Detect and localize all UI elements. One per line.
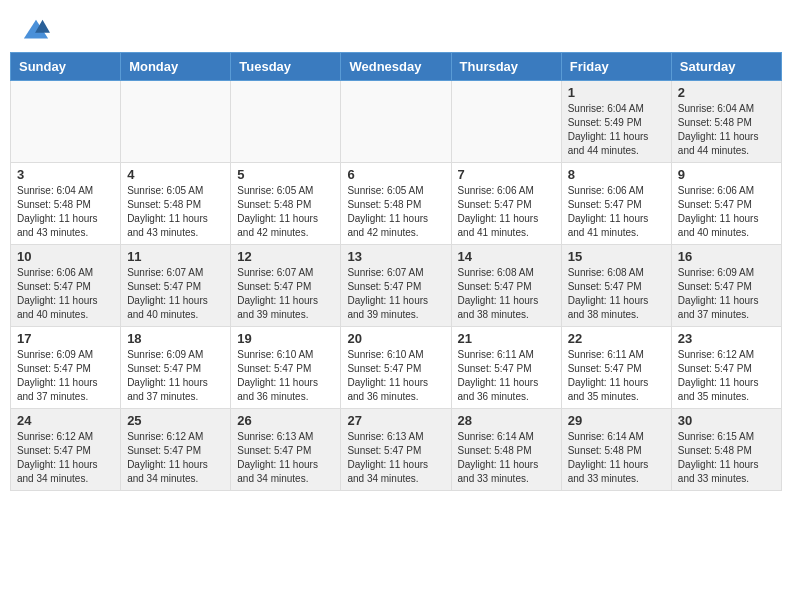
day-header-sunday: Sunday (11, 53, 121, 81)
calendar-body: 1Sunrise: 6:04 AM Sunset: 5:49 PM Daylig… (11, 81, 782, 491)
day-info: Sunrise: 6:07 AM Sunset: 5:47 PM Dayligh… (347, 266, 444, 322)
day-number: 2 (678, 85, 775, 100)
day-cell-16: 16Sunrise: 6:09 AM Sunset: 5:47 PM Dayli… (671, 245, 781, 327)
day-number: 13 (347, 249, 444, 264)
day-cell-empty (121, 81, 231, 163)
day-number: 5 (237, 167, 334, 182)
day-info: Sunrise: 6:06 AM Sunset: 5:47 PM Dayligh… (17, 266, 114, 322)
day-info: Sunrise: 6:07 AM Sunset: 5:47 PM Dayligh… (127, 266, 224, 322)
day-info: Sunrise: 6:08 AM Sunset: 5:47 PM Dayligh… (568, 266, 665, 322)
day-info: Sunrise: 6:06 AM Sunset: 5:47 PM Dayligh… (568, 184, 665, 240)
day-number: 9 (678, 167, 775, 182)
day-cell-12: 12Sunrise: 6:07 AM Sunset: 5:47 PM Dayli… (231, 245, 341, 327)
day-info: Sunrise: 6:11 AM Sunset: 5:47 PM Dayligh… (568, 348, 665, 404)
day-cell-27: 27Sunrise: 6:13 AM Sunset: 5:47 PM Dayli… (341, 409, 451, 491)
day-info: Sunrise: 6:06 AM Sunset: 5:47 PM Dayligh… (678, 184, 775, 240)
day-info: Sunrise: 6:11 AM Sunset: 5:47 PM Dayligh… (458, 348, 555, 404)
calendar-header-row: SundayMondayTuesdayWednesdayThursdayFrid… (11, 53, 782, 81)
day-cell-10: 10Sunrise: 6:06 AM Sunset: 5:47 PM Dayli… (11, 245, 121, 327)
day-number: 19 (237, 331, 334, 346)
day-cell-17: 17Sunrise: 6:09 AM Sunset: 5:47 PM Dayli… (11, 327, 121, 409)
day-cell-28: 28Sunrise: 6:14 AM Sunset: 5:48 PM Dayli… (451, 409, 561, 491)
day-header-saturday: Saturday (671, 53, 781, 81)
day-cell-23: 23Sunrise: 6:12 AM Sunset: 5:47 PM Dayli… (671, 327, 781, 409)
day-number: 11 (127, 249, 224, 264)
day-number: 7 (458, 167, 555, 182)
logo (20, 16, 50, 44)
day-number: 27 (347, 413, 444, 428)
day-header-wednesday: Wednesday (341, 53, 451, 81)
day-cell-empty (341, 81, 451, 163)
day-header-monday: Monday (121, 53, 231, 81)
day-info: Sunrise: 6:09 AM Sunset: 5:47 PM Dayligh… (127, 348, 224, 404)
day-cell-21: 21Sunrise: 6:11 AM Sunset: 5:47 PM Dayli… (451, 327, 561, 409)
day-info: Sunrise: 6:08 AM Sunset: 5:47 PM Dayligh… (458, 266, 555, 322)
day-number: 21 (458, 331, 555, 346)
day-cell-14: 14Sunrise: 6:08 AM Sunset: 5:47 PM Dayli… (451, 245, 561, 327)
day-cell-20: 20Sunrise: 6:10 AM Sunset: 5:47 PM Dayli… (341, 327, 451, 409)
day-number: 18 (127, 331, 224, 346)
day-info: Sunrise: 6:12 AM Sunset: 5:47 PM Dayligh… (678, 348, 775, 404)
week-row-1: 3Sunrise: 6:04 AM Sunset: 5:48 PM Daylig… (11, 163, 782, 245)
day-cell-empty (231, 81, 341, 163)
day-number: 20 (347, 331, 444, 346)
day-number: 8 (568, 167, 665, 182)
day-number: 6 (347, 167, 444, 182)
day-info: Sunrise: 6:05 AM Sunset: 5:48 PM Dayligh… (127, 184, 224, 240)
day-cell-13: 13Sunrise: 6:07 AM Sunset: 5:47 PM Dayli… (341, 245, 451, 327)
day-number: 26 (237, 413, 334, 428)
day-cell-11: 11Sunrise: 6:07 AM Sunset: 5:47 PM Dayli… (121, 245, 231, 327)
day-cell-3: 3Sunrise: 6:04 AM Sunset: 5:48 PM Daylig… (11, 163, 121, 245)
day-number: 10 (17, 249, 114, 264)
day-cell-2: 2Sunrise: 6:04 AM Sunset: 5:48 PM Daylig… (671, 81, 781, 163)
week-row-2: 10Sunrise: 6:06 AM Sunset: 5:47 PM Dayli… (11, 245, 782, 327)
week-row-4: 24Sunrise: 6:12 AM Sunset: 5:47 PM Dayli… (11, 409, 782, 491)
day-cell-22: 22Sunrise: 6:11 AM Sunset: 5:47 PM Dayli… (561, 327, 671, 409)
day-info: Sunrise: 6:05 AM Sunset: 5:48 PM Dayligh… (237, 184, 334, 240)
calendar-table: SundayMondayTuesdayWednesdayThursdayFrid… (10, 52, 782, 491)
day-cell-5: 5Sunrise: 6:05 AM Sunset: 5:48 PM Daylig… (231, 163, 341, 245)
day-number: 30 (678, 413, 775, 428)
day-number: 4 (127, 167, 224, 182)
day-cell-9: 9Sunrise: 6:06 AM Sunset: 5:47 PM Daylig… (671, 163, 781, 245)
page-header (0, 0, 792, 52)
day-number: 12 (237, 249, 334, 264)
day-cell-7: 7Sunrise: 6:06 AM Sunset: 5:47 PM Daylig… (451, 163, 561, 245)
day-number: 17 (17, 331, 114, 346)
day-number: 29 (568, 413, 665, 428)
day-info: Sunrise: 6:14 AM Sunset: 5:48 PM Dayligh… (568, 430, 665, 486)
day-header-tuesday: Tuesday (231, 53, 341, 81)
day-cell-4: 4Sunrise: 6:05 AM Sunset: 5:48 PM Daylig… (121, 163, 231, 245)
day-number: 25 (127, 413, 224, 428)
day-info: Sunrise: 6:06 AM Sunset: 5:47 PM Dayligh… (458, 184, 555, 240)
day-cell-30: 30Sunrise: 6:15 AM Sunset: 5:48 PM Dayli… (671, 409, 781, 491)
day-number: 1 (568, 85, 665, 100)
day-cell-15: 15Sunrise: 6:08 AM Sunset: 5:47 PM Dayli… (561, 245, 671, 327)
day-cell-6: 6Sunrise: 6:05 AM Sunset: 5:48 PM Daylig… (341, 163, 451, 245)
day-info: Sunrise: 6:12 AM Sunset: 5:47 PM Dayligh… (17, 430, 114, 486)
day-cell-8: 8Sunrise: 6:06 AM Sunset: 5:47 PM Daylig… (561, 163, 671, 245)
day-number: 16 (678, 249, 775, 264)
day-cell-29: 29Sunrise: 6:14 AM Sunset: 5:48 PM Dayli… (561, 409, 671, 491)
day-info: Sunrise: 6:07 AM Sunset: 5:47 PM Dayligh… (237, 266, 334, 322)
day-info: Sunrise: 6:09 AM Sunset: 5:47 PM Dayligh… (678, 266, 775, 322)
day-number: 23 (678, 331, 775, 346)
day-number: 14 (458, 249, 555, 264)
day-cell-25: 25Sunrise: 6:12 AM Sunset: 5:47 PM Dayli… (121, 409, 231, 491)
day-cell-empty (451, 81, 561, 163)
day-info: Sunrise: 6:10 AM Sunset: 5:47 PM Dayligh… (347, 348, 444, 404)
day-number: 22 (568, 331, 665, 346)
day-info: Sunrise: 6:04 AM Sunset: 5:48 PM Dayligh… (678, 102, 775, 158)
day-info: Sunrise: 6:09 AM Sunset: 5:47 PM Dayligh… (17, 348, 114, 404)
day-cell-26: 26Sunrise: 6:13 AM Sunset: 5:47 PM Dayli… (231, 409, 341, 491)
day-info: Sunrise: 6:04 AM Sunset: 5:48 PM Dayligh… (17, 184, 114, 240)
day-cell-1: 1Sunrise: 6:04 AM Sunset: 5:49 PM Daylig… (561, 81, 671, 163)
day-number: 3 (17, 167, 114, 182)
day-info: Sunrise: 6:04 AM Sunset: 5:49 PM Dayligh… (568, 102, 665, 158)
day-header-thursday: Thursday (451, 53, 561, 81)
day-info: Sunrise: 6:05 AM Sunset: 5:48 PM Dayligh… (347, 184, 444, 240)
day-info: Sunrise: 6:14 AM Sunset: 5:48 PM Dayligh… (458, 430, 555, 486)
logo-icon (22, 16, 50, 44)
day-cell-18: 18Sunrise: 6:09 AM Sunset: 5:47 PM Dayli… (121, 327, 231, 409)
day-cell-24: 24Sunrise: 6:12 AM Sunset: 5:47 PM Dayli… (11, 409, 121, 491)
